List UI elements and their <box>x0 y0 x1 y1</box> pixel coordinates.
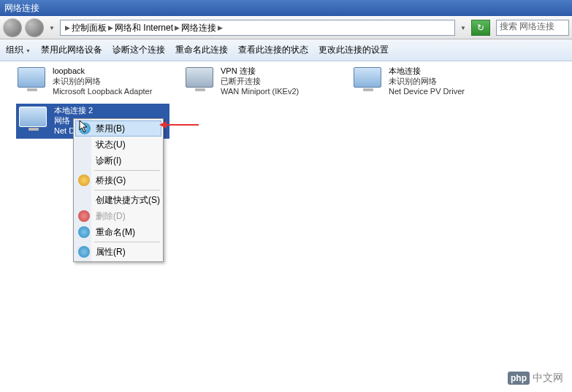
connection-vpn[interactable]: VPN 连接 已断开连接 WAN Miniport (IKEv2) <box>184 66 345 98</box>
menu-properties[interactable]: 属性(R) <box>75 244 161 260</box>
connection-name: 本地连接 2 <box>54 105 168 115</box>
window-title: 网络连接 <box>4 2 39 15</box>
chevron-right-icon: ▶ <box>108 24 113 31</box>
connection-name: VPN 连接 <box>221 66 345 76</box>
back-button[interactable] <box>3 18 22 37</box>
connection-status: 已断开连接 <box>221 76 345 86</box>
window-titlebar: 网络连接 <box>0 0 572 16</box>
address-dropdown[interactable]: ▼ <box>458 25 468 31</box>
organize-menu[interactable]: 组织 <box>6 44 31 56</box>
menu-bridge[interactable]: 桥接(G) <box>75 172 161 188</box>
network-adapter-icon <box>184 66 216 98</box>
delete-icon <box>78 210 90 222</box>
menu-status[interactable]: 状态(U) <box>75 137 161 153</box>
toolbar-disable[interactable]: 禁用此网络设备 <box>41 44 102 56</box>
shield-icon <box>78 246 90 258</box>
search-input[interactable]: 搜索 网络连接 <box>496 20 569 36</box>
connection-status: 未识别的网络 <box>389 76 513 86</box>
forward-button[interactable] <box>25 18 44 37</box>
menu-shortcut[interactable]: 创建快捷方式(S) <box>75 192 161 208</box>
connection-local[interactable]: 本地连接 未识别的网络 Net Device PV Driver <box>352 66 513 98</box>
history-dropdown[interactable]: ▼ <box>47 25 57 31</box>
php-text: 中文网 <box>533 372 563 385</box>
nav-bar: ▼ ▶ 控制面板 ▶ 网络和 Internet ▶ 网络连接 ▶ ▼ ↻ 搜索 … <box>0 16 572 39</box>
menu-delete: 删除(D) <box>75 208 161 224</box>
menu-separator <box>94 242 160 242</box>
breadcrumb-item[interactable]: 控制面板 <box>72 22 107 34</box>
connection-status: 未识别的网络 <box>53 76 177 86</box>
connection-device: Microsoft Loopback Adapter <box>53 86 177 96</box>
refresh-button[interactable]: ↻ <box>471 20 490 36</box>
toolbar-viewstatus[interactable]: 查看此连接的状态 <box>238 44 308 56</box>
connection-name: 本地连接 <box>389 66 513 76</box>
bridge-icon <box>78 174 90 186</box>
shield-icon <box>78 226 90 238</box>
network-adapter-icon <box>352 66 384 98</box>
shield-icon <box>79 123 91 134</box>
context-menu: 禁用(B) 状态(U) 诊断(I) 桥接(G) 创建快捷方式(S) 删除(D) … <box>73 118 164 262</box>
php-badge: php <box>508 372 530 385</box>
chevron-right-icon: ▶ <box>65 24 70 31</box>
breadcrumb-item[interactable]: 网络和 Internet <box>115 22 173 34</box>
chevron-right-icon: ▶ <box>175 24 180 31</box>
connection-device: Net Device PV Driver <box>389 86 513 96</box>
address-breadcrumb[interactable]: ▶ 控制面板 ▶ 网络和 Internet ▶ 网络连接 ▶ <box>60 20 455 36</box>
menu-diagnose[interactable]: 诊断(I) <box>75 153 161 169</box>
connection-name: loopback <box>53 66 177 76</box>
toolbar: 组织 禁用此网络设备 诊断这个连接 重命名此连接 查看此连接的状态 更改此连接的… <box>0 39 572 61</box>
chevron-right-icon: ▶ <box>218 24 223 31</box>
network-adapter-icon <box>18 105 50 137</box>
connection-device: WAN Miniport (IKEv2) <box>221 86 345 96</box>
toolbar-diagnose[interactable]: 诊断这个连接 <box>113 44 165 56</box>
network-adapter-icon <box>16 66 48 98</box>
connection-loopback[interactable]: loopback 未识别的网络 Microsoft Loopback Adapt… <box>16 66 177 98</box>
menu-separator <box>94 170 160 171</box>
breadcrumb-item[interactable]: 网络连接 <box>181 22 216 34</box>
menu-disable[interactable]: 禁用(B) <box>75 120 161 137</box>
annotation-arrow <box>165 124 199 126</box>
menu-separator <box>94 190 160 191</box>
menu-rename[interactable]: 重命名(M) <box>75 224 161 240</box>
watermark-php: php 中文网 <box>508 372 563 385</box>
toolbar-rename[interactable]: 重命名此连接 <box>175 44 228 56</box>
toolbar-change[interactable]: 更改此连接的设置 <box>319 44 389 56</box>
